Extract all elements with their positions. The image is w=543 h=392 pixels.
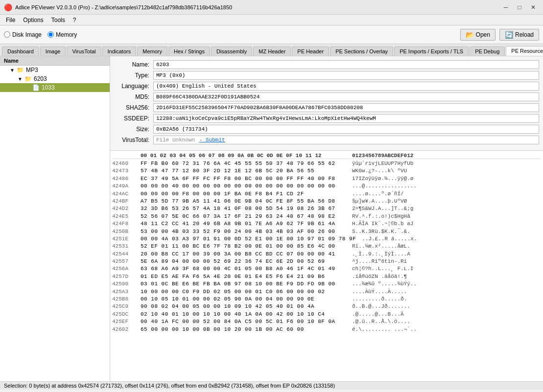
tree-item-6203[interactable]: ▼ 📁 6203: [0, 74, 110, 83]
tab-pe-imports-exports[interactable]: PE Imports / Exports / TLS: [394, 46, 469, 56]
language-value[interactable]: (0x409) English - United States: [153, 82, 539, 91]
open-button[interactable]: 📂 Open: [460, 29, 496, 41]
hex-addr: 425DC: [112, 311, 137, 318]
hex-ascii: ch¦©?h..L...¸ F.L.I: [352, 265, 413, 273]
maximize-button[interactable]: □: [514, 2, 525, 12]
disk-image-input[interactable]: [4, 31, 10, 38]
virustotal-submit[interactable]: - Submit: [199, 137, 225, 143]
hex-ascii: .¸Ì..9.:.¸ÌýÌ....A: [352, 251, 410, 258]
hex-bytes: 01 ED E5 AE FA F6 5A 4E 20 0E 01 E4 E5 F…: [141, 273, 346, 280]
hex-bytes: 10 00 00 00 C0 F9 DD 02 05 00 00 01 C0 0…: [141, 288, 346, 296]
hex-row: 425B6 00 10 05 10 01 00 00 02 05 90 0A 0…: [112, 296, 541, 303]
field-row-virustotal: VirusTotal: File Unknown - Submit: [114, 136, 539, 144]
hex-addr: 42590: [112, 280, 137, 288]
tab-pe-resources[interactable]: PE Resources: [506, 46, 543, 56]
tab-pe-header[interactable]: PE Header: [292, 46, 329, 56]
hex-bytes: 00 10 05 10 01 00 00 02 05 90 0A 00 04 0…: [141, 296, 346, 303]
memory-radio[interactable]: Memory: [47, 31, 77, 38]
hex-ascii: ....ø....º.ø´ñÍ/: [352, 190, 404, 198]
virustotal-value[interactable]: File Unknown - Submit: [153, 136, 539, 144]
tree-item-1033[interactable]: 📄 1033: [0, 83, 110, 92]
hex-addr: 424E5: [112, 213, 137, 220]
tab-disassembly[interactable]: Disassembly: [211, 46, 252, 56]
hex-ascii: S..K.3Rù.$K.K.¯.&.: [352, 228, 410, 235]
open-icon: 📂: [466, 31, 474, 39]
ssdeep-label: SSDEEP:: [114, 115, 153, 122]
hex-header: 00 01 02 03 04 05 06 07 08 09 0A 0B 0C 0…: [112, 153, 541, 159]
tab-image[interactable]: Image: [40, 46, 66, 56]
md5-value[interactable]: B089F66C4380DAAE322F0D191ABB0524: [153, 92, 539, 101]
menu-tools[interactable]: Tools: [47, 16, 69, 24]
hex-addr: 42473: [112, 167, 137, 175]
menu-help[interactable]: ?: [69, 16, 80, 24]
disk-image-radio[interactable]: Disk Image: [4, 31, 42, 38]
name-value[interactable]: 6203: [153, 60, 539, 69]
hex-bytes: 00 40 1A FC 00 00 52 00 84 0A C5 00 5C 0…: [141, 318, 346, 325]
size-label: Size:: [114, 126, 153, 133]
hex-bytes: 00 00 4A 03 A3 97 01 91 00 0D 52 E1 00 1…: [141, 235, 356, 243]
hex-bytes: 63 68 A6 A9 3F 68 00 00 4C 01 05 00 B8 A…: [141, 265, 346, 273]
file-icon-1033: 📄: [32, 84, 40, 91]
hex-bytes: 65 00 00 00 10 00 0B 00 10 20 00 1B 00 A…: [141, 326, 346, 333]
minimize-button[interactable]: ─: [500, 2, 512, 12]
hex-addr: 424AC: [112, 190, 137, 198]
tab-pe-sections[interactable]: PE Sections / Overlay: [330, 46, 393, 56]
hex-addr: 42531: [112, 243, 137, 250]
hex-ascii: ....ÀùÝ....À.....: [352, 288, 407, 296]
hex-addr: 425A3: [112, 288, 137, 296]
hex-ascii: H.ÂÌA Ik¨.~¦©b.b aJ: [352, 220, 413, 228]
hex-row: 42531 52 EF 01 11 00 BC E6 7F 78 B2 00 0…: [112, 243, 541, 250]
hex-row: 4257D 01 ED E5 AE FA F6 5A 4E 20 0E 01 E…: [112, 273, 541, 280]
hex-content[interactable]: 00 01 02 03 04 05 06 07 08 09 0A 0B 0C 0…: [110, 151, 543, 381]
hex-bytes: 57 4B 47 77 12 80 3F 2D 12 1E 12 6B 5C 2…: [141, 167, 346, 175]
hex-addr: 42486: [112, 175, 137, 183]
sha256-label: SHA256:: [114, 104, 153, 111]
menu-options[interactable]: Options: [19, 16, 47, 24]
hex-ascii: é.\......... ...¬`..: [352, 326, 417, 333]
size-value[interactable]: 0xB2A56 (731734): [153, 125, 539, 134]
hex-ascii: §µ]w¥.A....þ.UºVØ: [352, 198, 407, 205]
tab-pe-debug[interactable]: PE Debug: [470, 46, 505, 56]
hex-header-addr: [112, 153, 137, 159]
tab-hex-strings[interactable]: Hex / Strings: [168, 46, 210, 56]
hex-addr: 42544: [112, 251, 137, 258]
tab-indicators[interactable]: Indicators: [102, 46, 137, 56]
hex-bytes: A7 B5 5D 77 9B A5 11 41 06 0E 9B 04 0C F…: [141, 198, 346, 205]
hex-row: 425A3 10 00 00 00 C0 F9 DD 02 05 00 00 0…: [112, 288, 541, 296]
tab-virustotal[interactable]: VirusTotal: [67, 46, 101, 56]
hex-ascii: .........ð.....ð.: [352, 296, 407, 303]
tab-memory[interactable]: Memory: [137, 46, 167, 56]
toolbar: Disk Image Memory 📂 Open 🔄 Reload: [0, 25, 543, 44]
hex-ascii: RV.^.f.:.o!)c$HgHâ: [352, 213, 410, 220]
source-radio-group: Disk Image Memory: [4, 31, 77, 38]
virustotal-text: File Unknown: [156, 137, 195, 143]
hex-ascii: ì7IZoÿüÿø.¼...ÿÿ@.ø: [352, 175, 413, 183]
virustotal-label: VirusTotal:: [114, 137, 153, 143]
ssdeep-value[interactable]: 12288:uaN1jkoCeCpva9ciE5pRBaYZRw4TWxRg4v…: [153, 114, 539, 123]
statusbar: Selection: 0 byte(s) at address 0x42574 …: [0, 381, 543, 390]
tab-dashboard[interactable]: Dashboard: [2, 46, 39, 56]
name-label: Name:: [114, 61, 153, 68]
tree-item-mp3[interactable]: ▼ 📁 MP3: [0, 66, 110, 74]
left-panel: Name ▼ 📁 MP3 ▼ 📁 6203: [0, 56, 110, 381]
hex-addr: 4251E: [112, 235, 137, 243]
hex-row: 4249A 00 00 00 40 00 00 00 00 00 00 00 0…: [112, 183, 541, 190]
hex-ascii: .íå®úöZN .äåöä!.¶: [352, 273, 407, 280]
hex-addr: 425B6: [112, 296, 137, 303]
type-value[interactable]: MP3 (0x0): [153, 71, 539, 80]
hex-addr: 424BF: [112, 198, 137, 205]
tab-mz-header[interactable]: MZ Header: [253, 46, 291, 56]
sha256-value[interactable]: 2D16FD31EF55C2583965047F70AD902BA6B30F8A…: [153, 103, 539, 112]
hex-row: 42590 03 01 0C BE E6 BE FB BA 0B 97 08 1…: [112, 280, 541, 288]
menu-file[interactable]: File: [2, 16, 19, 24]
hex-ascii: 2=¶S&WJ.A...]T..&;g: [352, 205, 413, 212]
tabs-row: Dashboard Image VirusTotal Indicators Me…: [0, 44, 543, 56]
memory-input[interactable]: [47, 31, 54, 38]
reload-button[interactable]: 🔄 Reload: [499, 29, 539, 41]
close-button[interactable]: ✕: [527, 2, 539, 12]
field-row-type: Type: MP3 (0x0): [114, 71, 539, 80]
hex-addr: 42460: [112, 160, 137, 167]
hex-bytes: 02 10 40 01 10 00 10 10 00 40 1A 0A 00 4…: [141, 311, 346, 318]
hex-addr: 4249A: [112, 183, 137, 190]
type-label: Type:: [114, 72, 153, 79]
